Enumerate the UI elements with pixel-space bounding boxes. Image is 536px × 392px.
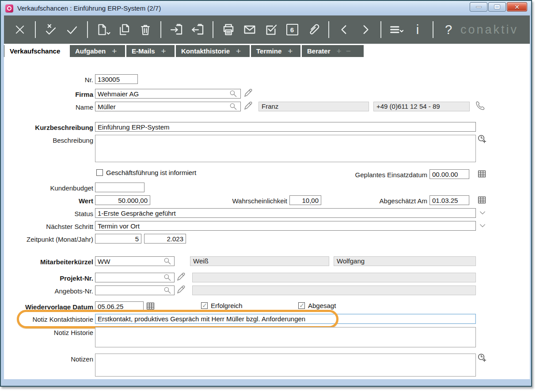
add-tab-icon[interactable] <box>236 47 241 55</box>
naechster-schritt-label: Nächster Schritt <box>12 222 93 232</box>
angebots-nr-label: Angebots-Nr. <box>12 286 93 296</box>
mitarbeiter-vorname-field: Wolfgang <box>334 256 476 266</box>
toolbar: 6 i ? conaktiv <box>4 15 530 44</box>
geplantes-einsatzdatum-label: Geplantes Einsatzdatum <box>328 170 427 180</box>
notiz-kontakthistorie-input[interactable] <box>95 314 476 324</box>
next-record-icon[interactable] <box>357 21 373 38</box>
import-icon[interactable] <box>168 21 184 38</box>
phone-icon[interactable] <box>474 100 485 111</box>
previous-record-icon[interactable] <box>336 21 352 38</box>
add-tab-icon <box>337 47 342 55</box>
maximize-button[interactable] <box>488 2 506 11</box>
email-icon[interactable] <box>242 21 258 38</box>
notiz-historie-textarea[interactable] <box>95 327 476 347</box>
menu-icon[interactable] <box>388 21 404 38</box>
status-dropdown-chevron-icon[interactable] <box>479 209 487 217</box>
zeitpunkt-jahr-input[interactable] <box>144 234 186 244</box>
add-tab-icon[interactable] <box>288 47 293 55</box>
mitarbeiterkuerzel-input[interactable] <box>95 256 175 266</box>
wiedervorlage-label: Wiedervorlage Datum <box>12 302 93 312</box>
abgeschaetzt-am-label: Abgeschätzt Am <box>328 196 427 206</box>
nr-input[interactable] <box>95 74 138 84</box>
status-input[interactable] <box>95 208 476 218</box>
notizen-textarea[interactable] <box>95 354 476 377</box>
kurzbeschreibung-label: Kurzbeschreibung <box>12 123 93 133</box>
projekt-search-icon[interactable] <box>163 273 172 282</box>
events-count-badge: 6 <box>286 24 298 35</box>
timestamp-add-icon[interactable] <box>477 353 487 363</box>
attachment-icon[interactable] <box>305 21 321 38</box>
close-button[interactable] <box>507 2 527 11</box>
minimize-button[interactable] <box>470 2 487 11</box>
tab-aufgaben[interactable]: Aufgaben <box>70 45 125 57</box>
conaktiv-logo: conaktiv <box>460 23 518 37</box>
events-count-icon[interactable]: 6 <box>284 21 300 38</box>
toolbar-separator <box>35 21 36 38</box>
info-icon[interactable]: i <box>410 21 426 38</box>
firma-edit-icon[interactable] <box>243 88 253 98</box>
abgesagt-label: Abgesagt <box>308 301 336 310</box>
cancel-icon[interactable] <box>12 21 28 38</box>
calendar-icon[interactable] <box>477 195 487 205</box>
mitarbeiter-search-icon[interactable] <box>163 257 172 266</box>
add-tab-icon[interactable] <box>161 47 166 55</box>
save-icon[interactable] <box>64 21 80 38</box>
wert-input[interactable] <box>95 195 150 205</box>
geplantes-einsatzdatum-input[interactable] <box>430 169 469 179</box>
naechster-schritt-input[interactable] <box>95 221 476 231</box>
name-edit-icon[interactable] <box>243 101 253 111</box>
zeitpunkt-label: Zeitpunkt (Monat/Jahr) <box>12 235 93 244</box>
task-icon[interactable] <box>263 21 279 38</box>
name-label: Name <box>12 103 93 112</box>
calendar-icon[interactable] <box>146 301 155 311</box>
beschreibung-label: Beschreibung <box>12 136 93 145</box>
tab-termine[interactable]: Termine <box>251 45 300 57</box>
tab-berater[interactable]: Berater <box>302 45 364 57</box>
projekt-edit-icon[interactable] <box>176 272 186 282</box>
angebots-edit-icon[interactable] <box>176 285 186 295</box>
form-panel: Nr. Firma Name Franz +49 (0)611 12 54 - … <box>4 58 530 379</box>
export-icon[interactable] <box>190 21 205 38</box>
projekt-linked-field <box>192 273 476 282</box>
angebots-search-icon[interactable] <box>163 286 172 295</box>
notizen-label: Notizen <box>12 354 93 364</box>
help-icon[interactable]: ? <box>441 21 456 38</box>
name-search-icon[interactable] <box>229 102 238 111</box>
naechster-schritt-dropdown-chevron-icon[interactable] <box>479 222 487 230</box>
notiz-historie-label: Notiz Historie <box>12 328 93 338</box>
remove-tab-icon <box>346 47 351 55</box>
close-icon <box>514 3 520 11</box>
wahrscheinlichkeit-input[interactable] <box>289 195 321 205</box>
notiz-kontakthistorie-label: Notiz Kontakthistorie <box>12 315 93 324</box>
toolbar-separator <box>433 21 433 38</box>
print-icon[interactable] <box>220 21 236 38</box>
add-tab-icon[interactable] <box>112 47 117 55</box>
erfolgreich-checkbox[interactable] <box>201 302 208 309</box>
toolbar-separator <box>328 21 329 38</box>
duplicate-icon[interactable] <box>116 21 132 38</box>
toolbar-separator <box>213 21 213 38</box>
wiedervorlage-input[interactable] <box>95 301 144 311</box>
kundenbudget-input[interactable] <box>95 183 144 192</box>
delete-icon[interactable] <box>137 21 153 38</box>
firma-input[interactable] <box>95 89 241 99</box>
tab-emails[interactable]: E-Mails <box>126 45 175 57</box>
timestamp-add-icon[interactable] <box>477 134 487 145</box>
calendar-icon[interactable] <box>477 169 487 179</box>
gf-informiert-checkbox[interactable] <box>96 169 103 176</box>
name-input[interactable] <box>95 102 241 111</box>
abgeschaetzt-am-input[interactable] <box>430 195 469 205</box>
tab-verkaufschance[interactable]: Verkaufschance <box>4 45 69 57</box>
abgesagt-checkbox[interactable] <box>298 302 305 309</box>
projekt-nr-input[interactable] <box>95 273 175 282</box>
kurzbeschreibung-input[interactable] <box>95 122 476 132</box>
beschreibung-textarea[interactable] <box>95 135 476 162</box>
save-close-icon[interactable] <box>43 21 59 38</box>
erfolgreich-label: Erfolgreich <box>211 301 243 310</box>
new-record-icon[interactable] <box>95 21 111 38</box>
maximize-icon <box>494 5 500 9</box>
firma-search-icon[interactable] <box>229 89 238 98</box>
angebots-nr-input[interactable] <box>95 285 175 295</box>
tab-kontakthistorie[interactable]: Kontakthistorie <box>176 45 250 57</box>
zeitpunkt-monat-input[interactable] <box>95 234 141 244</box>
